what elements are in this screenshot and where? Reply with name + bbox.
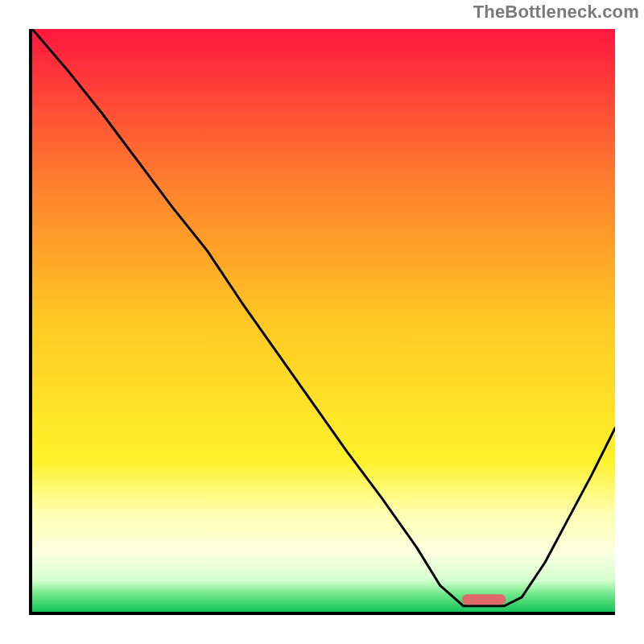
gradient-background [32, 29, 615, 612]
plot-area [29, 29, 615, 615]
chart-svg [32, 29, 615, 612]
watermark-text: TheBottleneck.com [473, 2, 639, 23]
target-band-marker [462, 594, 506, 605]
